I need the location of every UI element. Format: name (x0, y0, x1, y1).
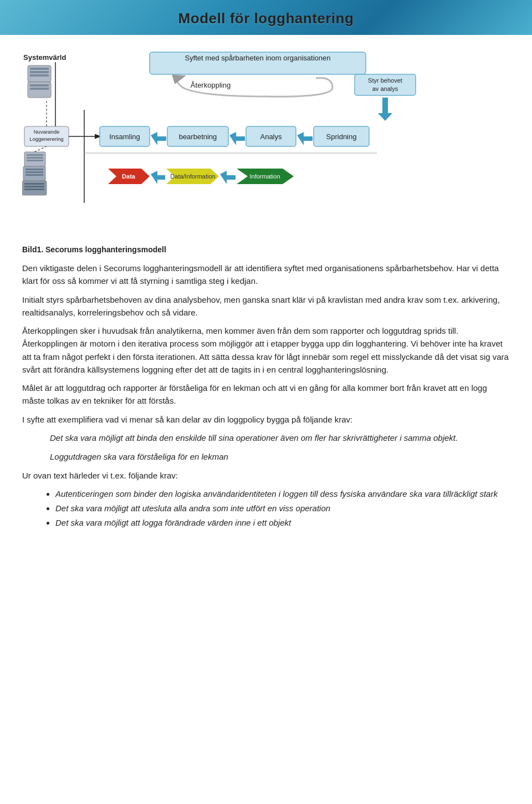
italic-block-2: Loggutdragen ska vara förståeliga för en… (50, 450, 510, 464)
svg-rect-11 (24, 152, 45, 166)
svg-rect-4 (30, 74, 49, 77)
bullet-list: Autenticeringen som binder den logiska a… (55, 487, 510, 530)
svg-text:bearbetning: bearbetning (179, 133, 217, 141)
svg-text:av analys: av analys (372, 85, 398, 92)
svg-marker-39 (229, 132, 245, 145)
svg-text:Spridning: Spridning (326, 133, 357, 141)
server-icon-top (28, 65, 51, 98)
diagram-area: Systemvärld Nuvarande Loggenerering (22, 45, 510, 235)
svg-text:Analys: Analys (260, 133, 282, 141)
page-header: Modell för logghantering (0, 0, 532, 35)
italic-block-1: Det ska vara möjligt att binda den enski… (50, 431, 510, 445)
svg-rect-6 (30, 84, 49, 86)
main-content: Systemvärld Nuvarande Loggenerering (0, 35, 532, 549)
figure-caption: Bild1. Secorums logghanteringsmodell (22, 245, 510, 254)
paragraph-3: Återkopplingen sker i huvudsak från anal… (22, 324, 510, 376)
svg-text:Återkoppling: Återkoppling (191, 81, 231, 89)
svg-text:Data: Data (122, 173, 136, 180)
diagram-svg: Systemvärld Nuvarande Loggenerering (22, 45, 510, 233)
svg-text:Styr behovet: Styr behovet (368, 77, 402, 84)
svg-rect-21 (24, 186, 44, 187)
svg-rect-2 (30, 68, 49, 70)
svg-text:Syftet med spårbarheten inom o: Syftet med spårbarheten inom organisatio… (185, 54, 330, 62)
svg-rect-7 (30, 88, 49, 90)
ur-text: Ur ovan text härleder vi t.ex. följande … (22, 469, 510, 482)
bullet-item-3: Det ska vara möjligt att logga förändrad… (55, 516, 510, 530)
paragraph-5: I syfte att exemplifiera vad vi menar så… (22, 413, 510, 426)
bullet-item-1: Autenticeringen som binder den logiska a… (55, 487, 510, 501)
svg-marker-32 (378, 98, 392, 121)
svg-rect-17 (25, 171, 43, 173)
svg-text:Information: Information (249, 173, 280, 180)
svg-rect-19 (22, 181, 47, 195)
svg-text:Data/Information: Data/Information (170, 173, 215, 180)
svg-rect-16 (25, 169, 43, 170)
svg-text:Loggenerering: Loggenerering (29, 136, 63, 142)
svg-text:Nuvarande: Nuvarande (34, 129, 59, 135)
svg-marker-36 (151, 132, 166, 145)
page-title: Modell för logghantering (178, 10, 354, 27)
svg-rect-13 (27, 157, 43, 159)
svg-rect-22 (24, 189, 44, 190)
svg-rect-20 (24, 183, 44, 185)
server-icon-bottom (22, 152, 47, 195)
paragraph-1: Den viktigaste delen i Secorums logghant… (22, 262, 510, 288)
svg-marker-48 (151, 171, 165, 184)
svg-rect-12 (27, 154, 43, 156)
bullet-item-2: Det ska vara möjligt att utesluta alla a… (55, 502, 510, 515)
systemvarlden-label: Systemvärld (23, 53, 66, 62)
paragraph-2: Initialt styrs spårbarhetsbehoven av din… (22, 293, 510, 319)
svg-rect-14 (27, 160, 43, 161)
svg-line-25 (34, 146, 47, 152)
svg-rect-15 (23, 166, 45, 181)
svg-rect-18 (25, 174, 43, 176)
svg-marker-51 (220, 171, 236, 184)
svg-marker-42 (297, 132, 313, 145)
caption-bold: Bild1. Secorums logghanteringsmodell (22, 245, 166, 254)
svg-rect-3 (30, 71, 49, 73)
paragraph-4: Målet är att loggutdrag och rapporter är… (22, 381, 510, 408)
svg-text:Insamling: Insamling (109, 133, 140, 141)
